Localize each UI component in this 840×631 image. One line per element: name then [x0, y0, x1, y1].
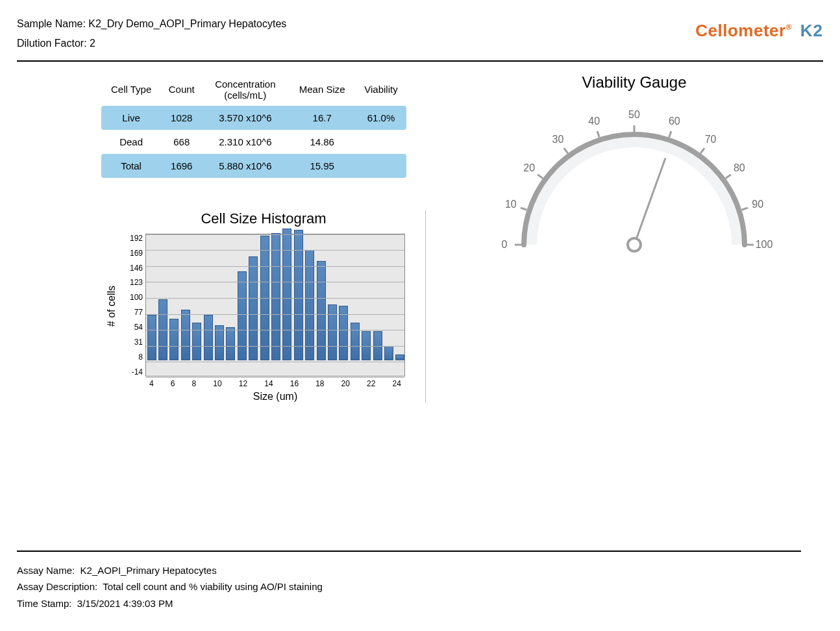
gauge-title: Viability Gauge: [445, 73, 823, 92]
table-cell: 2.310 x10^6: [202, 130, 288, 154]
svg-line-14: [700, 148, 704, 153]
sample-name-label: Sample Name:: [17, 18, 86, 29]
histogram-bar: [328, 304, 337, 360]
histogram-bar: [147, 315, 156, 360]
table-cell: 668: [161, 130, 202, 154]
report-footer: Assay Name: K2_AOPI_Primary Hepatocytes …: [17, 551, 801, 612]
table-cell: [356, 154, 406, 178]
table-cell: 61.0%: [356, 106, 406, 130]
table-row: Live10283.570 x10^616.761.0%: [101, 106, 406, 130]
svg-point-23: [628, 238, 641, 251]
table-cell: 1028: [161, 106, 202, 130]
histogram-bar: [181, 310, 190, 360]
histogram-bar: [249, 256, 258, 360]
viability-gauge: Viability Gauge 0102030405060708090100: [445, 73, 823, 264]
table-row: Dead6682.310 x10^614.86: [101, 130, 406, 154]
dilution-label: Dilution Factor:: [17, 38, 87, 49]
svg-text:100: 100: [756, 239, 773, 250]
table-row: Total16965.880 x10^615.95: [101, 154, 406, 178]
timestamp-value: 3/15/2021 4:39:03 PM: [77, 598, 173, 609]
histogram-bar: [282, 229, 291, 360]
svg-text:40: 40: [588, 116, 600, 127]
svg-line-8: [597, 131, 599, 138]
table-header: Concentration(cells/mL): [202, 73, 288, 106]
assay-name-value: K2_AOPI_Primary Hepatocytes: [80, 565, 217, 576]
histogram-bar: [215, 325, 224, 360]
svg-line-12: [669, 131, 671, 138]
svg-line-2: [521, 208, 527, 210]
brand-text: Cellometer: [695, 21, 785, 40]
header-info: Sample Name: K2_Dry Demo_AOPI_Primary He…: [17, 14, 286, 54]
histogram-bar: [351, 323, 360, 360]
histogram-bar: [204, 315, 213, 360]
table-cell: 1696: [161, 154, 202, 178]
assay-desc-value: Total cell count and % viability using A…: [103, 581, 323, 592]
histogram-bar: [226, 327, 235, 360]
chart-ylabel: # of cells: [106, 286, 117, 327]
chart-xticks: 4681012141618202224: [145, 377, 405, 388]
chart-title: Cell Size Histogram: [122, 210, 405, 227]
svg-text:20: 20: [523, 162, 535, 173]
sample-name-value: K2_Dry Demo_AOPI_Primary Hepatocytes: [88, 18, 286, 29]
table-cell: [356, 130, 406, 154]
chart-plot-area: [145, 234, 405, 377]
table-cell: 14.86: [288, 130, 356, 154]
svg-text:50: 50: [628, 109, 640, 120]
histogram-bar: [384, 346, 393, 360]
svg-text:80: 80: [734, 162, 745, 173]
assay-desc-label: Assay Description:: [17, 581, 97, 592]
svg-line-6: [564, 148, 568, 153]
histogram-bar: [294, 230, 303, 360]
histogram-chart: # of cells Cell Size Histogram 192169146…: [101, 210, 426, 402]
svg-text:0: 0: [502, 239, 508, 250]
table-cell: Dead: [101, 130, 161, 154]
gauge-graphic: 0102030405060708090100: [491, 95, 777, 264]
table-header: Count: [161, 73, 202, 106]
table-cell: Live: [101, 106, 161, 130]
chart-xlabel: Size (um): [145, 391, 405, 402]
histogram-bar: [271, 233, 280, 360]
svg-line-16: [726, 175, 731, 179]
svg-line-4: [537, 175, 543, 179]
svg-line-18: [741, 208, 748, 210]
svg-text:70: 70: [705, 134, 717, 145]
svg-text:60: 60: [669, 116, 680, 127]
histogram-bar: [238, 271, 247, 360]
table-header: Mean Size: [288, 73, 356, 106]
histogram-bar: [395, 354, 404, 360]
histogram-bar: [192, 323, 201, 360]
table-header: Cell Type: [101, 73, 161, 106]
brand-logo: Cellometer® K2: [695, 21, 823, 41]
table-cell: 16.7: [288, 106, 356, 130]
svg-text:30: 30: [552, 134, 564, 145]
histogram-bar: [169, 319, 179, 360]
dilution-value: 2: [90, 38, 95, 49]
timestamp-label: Time Stamp:: [17, 598, 71, 609]
svg-text:10: 10: [505, 199, 517, 210]
results-table: Cell TypeCountConcentration(cells/mL)Mea…: [101, 73, 406, 178]
brand-registered-icon: ®: [786, 23, 792, 32]
svg-line-22: [634, 158, 665, 245]
table-cell: 5.880 x10^6: [202, 154, 288, 178]
brand-suffix: K2: [800, 21, 823, 40]
table-cell: 15.95: [288, 154, 356, 178]
table-cell: 3.570 x10^6: [202, 106, 288, 130]
svg-text:90: 90: [752, 199, 763, 210]
report-header: Sample Name: K2_Dry Demo_AOPI_Primary He…: [17, 14, 823, 62]
table-header: Viability: [356, 73, 406, 106]
assay-name-label: Assay Name:: [17, 565, 75, 576]
chart-yticks: 1921691461231007754318-14: [122, 234, 145, 377]
table-cell: Total: [101, 154, 161, 178]
